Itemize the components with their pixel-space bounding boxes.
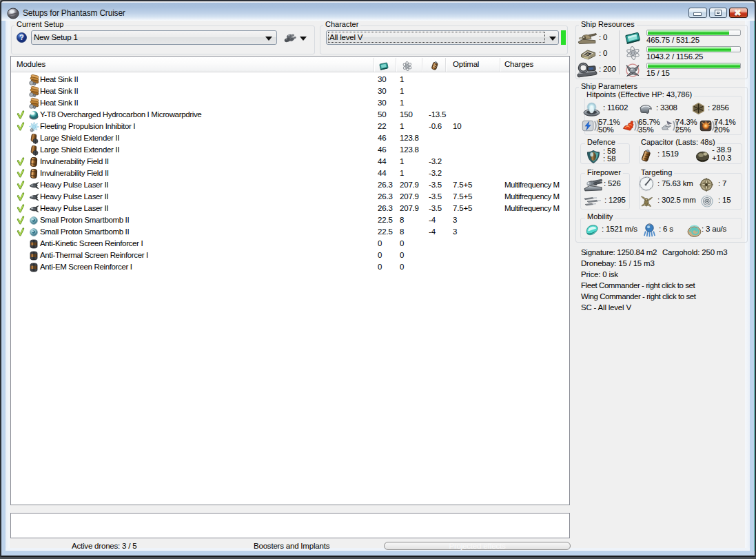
svg-text:?: ? bbox=[19, 34, 23, 41]
